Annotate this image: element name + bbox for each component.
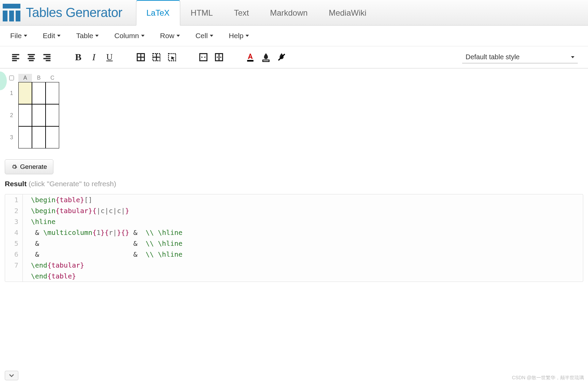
merge-horizontal-button[interactable] <box>198 52 209 62</box>
gears-icon <box>11 164 17 170</box>
bold-button[interactable]: B <box>73 52 84 62</box>
italic-button[interactable]: I <box>88 52 99 62</box>
tab-latex[interactable]: LaTeX <box>136 0 180 26</box>
menu-help-label: Help <box>229 32 243 40</box>
select-all-corner[interactable] <box>5 74 18 82</box>
text-color-icon <box>246 52 255 62</box>
caret-down-icon <box>24 35 27 37</box>
menu-file[interactable]: File <box>10 32 27 40</box>
line-number: 7 <box>5 260 23 271</box>
caret-down-icon <box>141 35 145 37</box>
menu-table-label: Table <box>76 32 93 40</box>
cell-c1[interactable] <box>46 82 59 104</box>
cursor-select-icon <box>167 52 177 62</box>
split-horizontal-button[interactable] <box>214 52 224 62</box>
caret-down-icon <box>246 35 249 37</box>
toolbar: B I U Default table style <box>0 46 588 68</box>
menu-row[interactable]: Row <box>160 32 180 40</box>
menu-help[interactable]: Help <box>229 32 249 40</box>
align-center-icon <box>27 52 36 62</box>
cell-b1[interactable] <box>32 82 46 104</box>
result-label: Result <box>5 180 27 188</box>
line-number: 1 <box>5 194 23 205</box>
borders-button[interactable] <box>135 52 146 62</box>
text-color-button[interactable] <box>245 52 256 62</box>
code-line: & & \\ \hline <box>23 249 183 260</box>
fill-color-icon <box>261 52 271 62</box>
menu-cell[interactable]: Cell <box>196 32 213 40</box>
merge-horizontal-icon <box>199 52 208 62</box>
align-right-icon <box>42 52 52 62</box>
caret-down-icon <box>571 56 574 58</box>
line-number: 3 <box>5 216 23 227</box>
line-number <box>5 271 23 282</box>
header-bar: Tables Generator LaTeX HTML Text Markdow… <box>0 0 588 26</box>
code-line: & \multicolumn{1}{r|}{} & \\ \hline <box>23 227 183 238</box>
generate-label: Generate <box>20 163 47 171</box>
menu-column[interactable]: Column <box>114 32 144 40</box>
code-line: \end{tabular} <box>23 260 84 271</box>
menu-table[interactable]: Table <box>76 32 99 40</box>
code-output[interactable]: 1\begin{table}[]2\begin{tabular}{|c|c|c|… <box>5 194 583 282</box>
svg-rect-1 <box>263 60 269 62</box>
align-left-button[interactable] <box>10 52 21 62</box>
menu-cell-label: Cell <box>196 32 208 40</box>
line-number: 5 <box>5 238 23 249</box>
table-style-select[interactable]: Default table style <box>462 51 578 63</box>
tab-markdown[interactable]: Markdown <box>259 0 318 25</box>
svg-rect-0 <box>247 60 254 62</box>
tab-html[interactable]: HTML <box>180 0 223 25</box>
borders-icon <box>136 52 146 62</box>
line-number: 4 <box>5 227 23 238</box>
row-header-3[interactable]: 3 <box>5 126 18 148</box>
tab-mediawiki[interactable]: MediaWiki <box>318 0 377 25</box>
line-number: 2 <box>5 205 23 216</box>
code-line: \begin{tabular}{|c|c|c|} <box>23 205 129 216</box>
code-line: & & \\ \hline <box>23 238 183 249</box>
line-number: 6 <box>5 249 23 260</box>
cell-a3[interactable] <box>18 126 32 148</box>
logo-icon <box>3 4 20 21</box>
generate-button[interactable]: Generate <box>5 159 53 174</box>
align-center-button[interactable] <box>26 52 37 62</box>
cell-b2[interactable] <box>32 104 46 126</box>
cell-a1[interactable] <box>18 82 32 104</box>
tab-text[interactable]: Text <box>223 0 259 25</box>
align-right-button[interactable] <box>41 52 52 62</box>
cell-b3[interactable] <box>32 126 46 148</box>
split-horizontal-icon <box>214 52 224 62</box>
caret-down-icon <box>177 35 180 37</box>
select-all-checkbox[interactable] <box>9 76 14 80</box>
col-header-a[interactable]: A <box>18 74 32 82</box>
code-line: \hline <box>23 216 55 227</box>
menu-bar: File Edit Table Column Row Cell Help <box>0 26 588 46</box>
menu-column-label: Column <box>114 32 139 40</box>
cell-c2[interactable] <box>46 104 59 126</box>
code-line: \begin{table}[] <box>23 194 93 205</box>
table-style-label: Default table style <box>466 53 520 61</box>
row-header-1[interactable]: 1 <box>5 82 18 104</box>
code-line: \end{table} <box>23 271 76 282</box>
merge-cells-icon <box>152 52 161 62</box>
brand-logo[interactable]: Tables Generator <box>0 4 129 21</box>
brand-title: Tables Generator <box>26 5 122 20</box>
cell-c3[interactable] <box>46 126 59 148</box>
menu-edit[interactable]: Edit <box>43 32 61 40</box>
col-header-c[interactable]: C <box>46 74 59 82</box>
merge-cells-button[interactable] <box>151 52 162 62</box>
table-editor: A B C 1 2 3 <box>0 68 588 155</box>
row-header-2[interactable]: 2 <box>5 104 18 126</box>
caret-down-icon <box>210 35 213 37</box>
result-hint: (click "Generate" to refresh) <box>29 180 116 188</box>
fill-color-button[interactable] <box>261 52 271 62</box>
col-header-b[interactable]: B <box>32 74 46 82</box>
clear-formatting-button[interactable] <box>276 52 287 62</box>
format-tabs: LaTeX HTML Text Markdown MediaWiki <box>136 0 377 25</box>
no-color-icon <box>277 52 286 62</box>
underline-button[interactable]: U <box>104 52 115 62</box>
menu-edit-label: Edit <box>43 32 55 40</box>
align-left-icon <box>11 52 20 62</box>
cell-a2[interactable] <box>18 104 32 126</box>
caret-down-icon <box>95 35 99 37</box>
select-cursor-button[interactable] <box>167 52 178 62</box>
